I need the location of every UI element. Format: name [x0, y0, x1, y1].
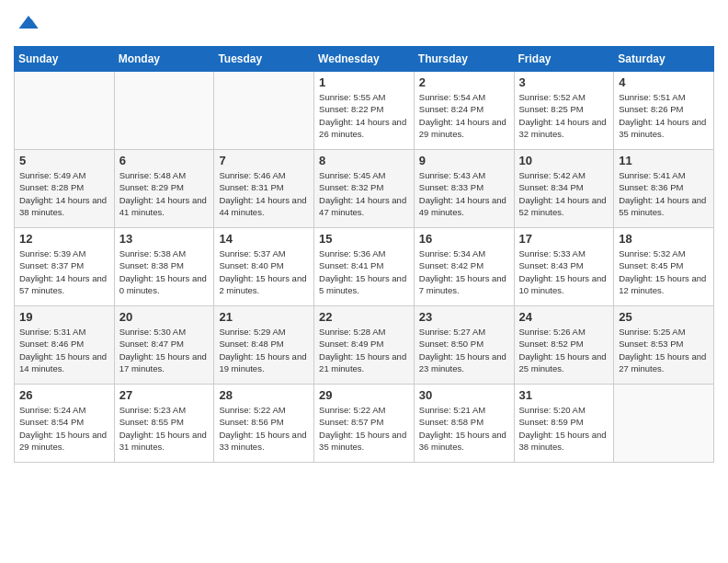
day-number: 9 [419, 154, 509, 167]
day-info: Sunrise: 5:29 AM Sunset: 8:48 PM Dayligh… [219, 326, 309, 374]
week-row-1: 1Sunrise: 5:55 AM Sunset: 8:22 PM Daylig… [15, 72, 714, 150]
day-number: 2 [419, 75, 509, 89]
day-number: 18 [619, 232, 709, 246]
calendar-cell: 21Sunrise: 5:29 AM Sunset: 8:48 PM Dayli… [214, 306, 314, 385]
week-row-3: 12Sunrise: 5:39 AM Sunset: 8:37 PM Dayli… [15, 228, 714, 306]
day-number: 28 [219, 388, 309, 402]
day-info: Sunrise: 5:37 AM Sunset: 8:40 PM Dayligh… [219, 247, 309, 296]
calendar-cell: 23Sunrise: 5:27 AM Sunset: 8:50 PM Dayli… [414, 306, 514, 385]
calendar-cell: 1Sunrise: 5:55 AM Sunset: 8:22 PM Daylig… [314, 72, 415, 150]
day-info: Sunrise: 5:49 AM Sunset: 8:28 PM Dayligh… [19, 169, 109, 218]
calendar-cell: 9Sunrise: 5:43 AM Sunset: 8:33 PM Daylig… [414, 150, 514, 228]
day-info: Sunrise: 5:48 AM Sunset: 8:29 PM Dayligh… [119, 169, 210, 218]
day-number: 31 [519, 388, 609, 402]
day-number: 21 [219, 310, 309, 324]
day-number: 25 [619, 310, 709, 324]
calendar-cell: 29Sunrise: 5:22 AM Sunset: 8:57 PM Dayli… [314, 385, 415, 463]
day-info: Sunrise: 5:45 AM Sunset: 8:32 PM Dayligh… [319, 169, 409, 218]
day-info: Sunrise: 5:20 AM Sunset: 8:59 PM Dayligh… [519, 404, 609, 453]
day-info: Sunrise: 5:26 AM Sunset: 8:52 PM Dayligh… [519, 326, 609, 374]
calendar-cell: 31Sunrise: 5:20 AM Sunset: 8:59 PM Dayli… [514, 385, 614, 463]
calendar-cell [214, 72, 314, 150]
day-number: 1 [319, 75, 409, 89]
day-number: 6 [119, 154, 210, 167]
calendar-cell: 24Sunrise: 5:26 AM Sunset: 8:52 PM Dayli… [514, 306, 614, 385]
calendar-cell: 18Sunrise: 5:32 AM Sunset: 8:45 PM Dayli… [614, 228, 714, 306]
day-number: 3 [519, 75, 609, 89]
day-number: 23 [419, 310, 509, 324]
day-info: Sunrise: 5:32 AM Sunset: 8:45 PM Dayligh… [619, 247, 709, 296]
calendar-cell: 26Sunrise: 5:24 AM Sunset: 8:54 PM Dayli… [15, 385, 115, 463]
day-number: 19 [19, 310, 109, 324]
day-info: Sunrise: 5:23 AM Sunset: 8:55 PM Dayligh… [119, 404, 210, 453]
day-number: 16 [419, 232, 509, 246]
day-info: Sunrise: 5:28 AM Sunset: 8:49 PM Dayligh… [319, 326, 409, 374]
day-info: Sunrise: 5:55 AM Sunset: 8:22 PM Dayligh… [319, 91, 409, 140]
day-number: 10 [519, 154, 609, 167]
calendar-cell [15, 72, 115, 150]
calendar-cell: 7Sunrise: 5:46 AM Sunset: 8:31 PM Daylig… [214, 150, 314, 228]
column-header-saturday: Saturday [614, 47, 714, 72]
column-header-friday: Friday [514, 47, 614, 72]
day-number: 4 [619, 75, 709, 89]
calendar-cell: 6Sunrise: 5:48 AM Sunset: 8:29 PM Daylig… [114, 150, 214, 228]
header-row: SundayMondayTuesdayWednesdayThursdayFrid… [15, 47, 714, 72]
calendar-cell: 17Sunrise: 5:33 AM Sunset: 8:43 PM Dayli… [514, 228, 614, 306]
calendar-cell: 20Sunrise: 5:30 AM Sunset: 8:47 PM Dayli… [114, 306, 214, 385]
calendar-cell: 5Sunrise: 5:49 AM Sunset: 8:28 PM Daylig… [15, 150, 115, 228]
day-number: 17 [519, 232, 609, 246]
day-number: 22 [319, 310, 409, 324]
day-info: Sunrise: 5:34 AM Sunset: 8:42 PM Dayligh… [419, 247, 509, 296]
day-info: Sunrise: 5:30 AM Sunset: 8:47 PM Dayligh… [119, 326, 210, 374]
day-info: Sunrise: 5:42 AM Sunset: 8:34 PM Dayligh… [519, 169, 609, 218]
calendar-cell: 10Sunrise: 5:42 AM Sunset: 8:34 PM Dayli… [514, 150, 614, 228]
calendar-cell: 13Sunrise: 5:38 AM Sunset: 8:38 PM Dayli… [114, 228, 214, 306]
day-info: Sunrise: 5:21 AM Sunset: 8:58 PM Dayligh… [419, 404, 509, 453]
day-info: Sunrise: 5:54 AM Sunset: 8:24 PM Dayligh… [419, 91, 509, 140]
column-header-sunday: Sunday [15, 47, 115, 72]
week-row-2: 5Sunrise: 5:49 AM Sunset: 8:28 PM Daylig… [15, 150, 714, 228]
day-number: 13 [119, 232, 210, 246]
calendar-cell: 30Sunrise: 5:21 AM Sunset: 8:58 PM Dayli… [414, 385, 514, 463]
calendar-cell: 8Sunrise: 5:45 AM Sunset: 8:32 PM Daylig… [314, 150, 415, 228]
page: SundayMondayTuesdayWednesdayThursdayFrid… [0, 0, 728, 477]
day-info: Sunrise: 5:22 AM Sunset: 8:56 PM Dayligh… [219, 404, 309, 453]
day-number: 5 [19, 154, 109, 167]
calendar-cell: 2Sunrise: 5:54 AM Sunset: 8:24 PM Daylig… [414, 72, 514, 150]
day-info: Sunrise: 5:38 AM Sunset: 8:38 PM Dayligh… [119, 247, 210, 296]
week-row-4: 19Sunrise: 5:31 AM Sunset: 8:46 PM Dayli… [15, 306, 714, 385]
calendar-cell: 27Sunrise: 5:23 AM Sunset: 8:55 PM Dayli… [114, 385, 214, 463]
day-number: 26 [19, 388, 109, 402]
calendar-cell: 4Sunrise: 5:51 AM Sunset: 8:26 PM Daylig… [614, 72, 714, 150]
day-info: Sunrise: 5:36 AM Sunset: 8:41 PM Dayligh… [319, 247, 409, 296]
day-number: 12 [19, 232, 109, 246]
day-number: 8 [319, 154, 409, 167]
column-header-thursday: Thursday [414, 47, 514, 72]
day-info: Sunrise: 5:43 AM Sunset: 8:33 PM Dayligh… [419, 169, 509, 218]
calendar-cell: 28Sunrise: 5:22 AM Sunset: 8:56 PM Dayli… [214, 385, 314, 463]
calendar-cell: 12Sunrise: 5:39 AM Sunset: 8:37 PM Dayli… [15, 228, 115, 306]
calendar-cell [114, 72, 214, 150]
logo [14, 9, 41, 39]
calendar-cell: 15Sunrise: 5:36 AM Sunset: 8:41 PM Dayli… [314, 228, 415, 306]
day-info: Sunrise: 5:52 AM Sunset: 8:25 PM Dayligh… [519, 91, 609, 140]
calendar-cell [614, 385, 714, 463]
day-number: 7 [219, 154, 309, 167]
day-number: 20 [119, 310, 210, 324]
day-number: 24 [519, 310, 609, 324]
day-info: Sunrise: 5:27 AM Sunset: 8:50 PM Dayligh… [419, 326, 509, 374]
day-info: Sunrise: 5:24 AM Sunset: 8:54 PM Dayligh… [19, 404, 109, 453]
logo-icon [16, 9, 41, 35]
calendar-cell: 11Sunrise: 5:41 AM Sunset: 8:36 PM Dayli… [614, 150, 714, 228]
calendar-table: SundayMondayTuesdayWednesdayThursdayFrid… [14, 46, 714, 463]
day-number: 29 [319, 388, 409, 402]
column-header-wednesday: Wednesday [314, 47, 415, 72]
day-info: Sunrise: 5:46 AM Sunset: 8:31 PM Dayligh… [219, 169, 309, 218]
calendar-cell: 14Sunrise: 5:37 AM Sunset: 8:40 PM Dayli… [214, 228, 314, 306]
week-row-5: 26Sunrise: 5:24 AM Sunset: 8:54 PM Dayli… [15, 385, 714, 463]
day-number: 11 [619, 154, 709, 167]
day-info: Sunrise: 5:31 AM Sunset: 8:46 PM Dayligh… [19, 326, 109, 374]
day-info: Sunrise: 5:22 AM Sunset: 8:57 PM Dayligh… [319, 404, 409, 453]
day-info: Sunrise: 5:51 AM Sunset: 8:26 PM Dayligh… [619, 91, 709, 140]
column-header-tuesday: Tuesday [214, 47, 314, 72]
